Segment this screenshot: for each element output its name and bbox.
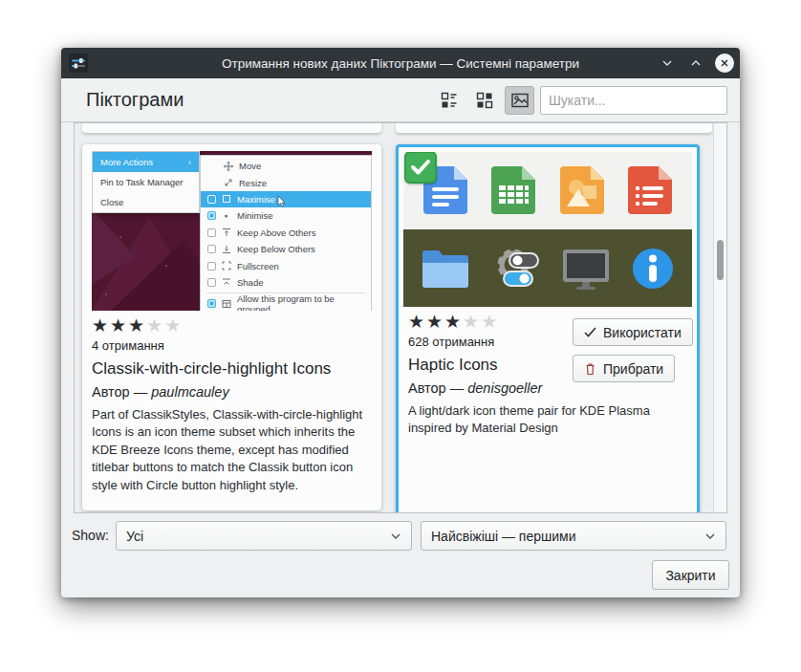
preview-submenu-item: Close [93, 192, 199, 212]
filter-dropdown[interactable]: Усі [116, 521, 412, 551]
dialog-header: Піктограми [61, 78, 740, 122]
checkbox-unchecked-icon [207, 228, 216, 237]
trash-icon [584, 362, 596, 376]
preview-menu-item-minimise: Minimise [201, 207, 371, 224]
entry-title: Classik-with-circle-highlight Icons [92, 359, 372, 379]
filter-bar: Show: Усі Найсвіжіші — першими [61, 521, 740, 551]
monitor-icon [561, 248, 611, 290]
titlebar[interactable]: Отримання нових даних Піктограми — Систе… [61, 48, 740, 78]
preview-menu-panel: Move Resize Maximise [200, 155, 372, 311]
haptic-preview-image [403, 152, 692, 307]
settings-gear-icon [490, 246, 542, 292]
show-label: Show: [72, 528, 109, 543]
entry-description: A light/dark icon theme pair for KDE Pla… [408, 402, 687, 438]
preview-menu-item-resize: Resize [201, 174, 371, 190]
chevron-down-icon [704, 532, 716, 540]
download-count: 4 отримання [92, 338, 372, 353]
previous-row-card-right[interactable] [396, 122, 712, 133]
author-name: denisgoeller [467, 380, 542, 396]
close-dialog-button[interactable]: Закрити [652, 560, 729, 590]
checkbox-unchecked-icon [207, 278, 216, 287]
minimize-icon [222, 211, 231, 221]
filter-dropdown-value: Усі [126, 529, 143, 544]
view-preview-button[interactable] [505, 86, 534, 115]
maximize-icon [222, 194, 231, 204]
entry-author: Автор — denisgoeller [408, 380, 687, 396]
window-title: Отримання нових даних Піктограми — Систе… [61, 56, 740, 71]
get-new-stuff-dialog: Отримання нових даних Піктограми — Систе… [61, 48, 740, 597]
use-button[interactable]: Використати [573, 318, 693, 346]
checkbox-unchecked-icon [207, 262, 216, 271]
preview-menu-item-maximise: Maximise [201, 191, 371, 207]
app-icon [69, 54, 88, 73]
scrollbar-thumb[interactable] [717, 240, 724, 280]
checkbox-checked-icon [207, 211, 216, 220]
vertical-scrollbar[interactable] [713, 123, 726, 512]
entries-scroll-area: More Actions › Pin to Task Manager Close… [74, 122, 727, 513]
page-title: Піктограми [86, 89, 184, 111]
move-icon [224, 162, 233, 171]
preview-menu-item-keep-above: Keep Above Others [201, 225, 371, 241]
classik-preview-screenshot: More Actions › Pin to Task Manager Close… [92, 151, 372, 311]
entry-card-haptic[interactable]: ★★★★★ 628 отримання Haptic Icons Автор —… [396, 144, 700, 513]
info-icon [631, 247, 675, 291]
previous-row-card-left[interactable] [82, 122, 381, 133]
shade-icon [222, 277, 231, 287]
list-document-icon [628, 166, 672, 216]
desktop-canvas: Отримання нових даних Піктограми — Систе… [0, 0, 801, 672]
checkbox-checked-icon [207, 299, 216, 308]
spreadsheet-icon [491, 166, 535, 216]
uninstall-button[interactable]: Прибрати [573, 355, 675, 382]
haptic-preview-dark-half [403, 229, 692, 307]
preview-submenu-item: Pin to Task Manager [93, 172, 199, 192]
preview-menu-item-fullscreen: Fullscreen [201, 257, 371, 273]
maximize-icon[interactable] [686, 54, 705, 73]
keep-above-icon [222, 228, 231, 237]
rating-stars: ★★★★★ [92, 316, 372, 335]
sort-dropdown-value: Найсвіжіші — першими [431, 529, 576, 544]
entry-author: Автор — paulmcauley [92, 384, 372, 400]
folder-icon [421, 248, 470, 290]
preview-submenu-panel: More Actions › Pin to Task Manager Close [92, 151, 200, 213]
checkbox-unchecked-icon [207, 245, 216, 253]
check-icon [584, 327, 596, 337]
image-document-icon [560, 166, 604, 216]
close-icon[interactable] [715, 54, 734, 73]
chevron-down-icon [390, 532, 401, 540]
installed-badge-check-icon [404, 152, 437, 184]
haptic-preview-light-half [403, 152, 692, 229]
preview-submenu-item: More Actions › [93, 152, 199, 172]
entry-description: Part of ClassikStyles, Classik-with-circ… [92, 406, 372, 494]
search-input[interactable] [540, 86, 727, 115]
keep-below-icon [222, 245, 231, 254]
author-name: paulmcauley [151, 384, 228, 400]
preview-menu-item-keep-below: Keep Below Others [201, 241, 371, 257]
preview-menu-item-allow-grouped: Allow this program to be grouped [201, 295, 371, 311]
preview-menu-item-shade: Shade [201, 274, 371, 291]
resize-icon [224, 178, 233, 187]
checkbox-unchecked-icon [207, 195, 216, 204]
submenu-chevron-icon: › [188, 157, 191, 167]
view-list-details-button[interactable] [434, 86, 464, 115]
mouse-cursor-icon [277, 196, 286, 207]
fullscreen-icon [222, 261, 231, 271]
preview-menu-item-move: Move [201, 158, 371, 174]
view-grid-button[interactable] [469, 86, 499, 115]
group-windows-icon [222, 299, 231, 309]
sort-dropdown[interactable]: Найсвіжіші — першими [421, 521, 726, 551]
entry-card-classik[interactable]: More Actions › Pin to Task Manager Close… [82, 144, 381, 510]
minimize-icon[interactable] [658, 54, 677, 73]
